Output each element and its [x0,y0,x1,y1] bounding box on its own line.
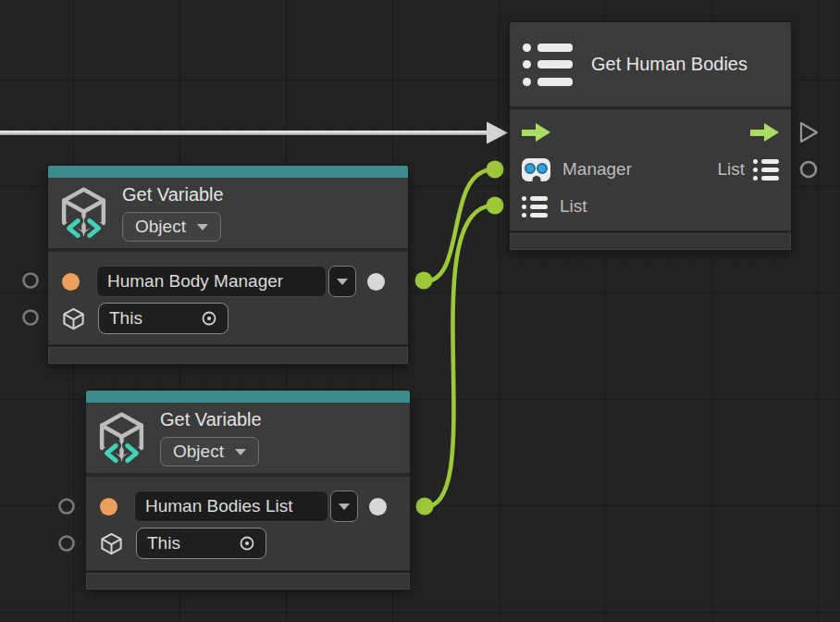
target-object-value: This [109,308,201,329]
wire-endpoint-dot[interactable] [487,161,504,179]
list-output-port-label: List [717,159,745,180]
wire-list[interactable] [425,205,494,507]
variable-name-dropdown-button[interactable] [328,266,356,297]
list-icon list-output-port[interactable] [753,159,779,180]
target-icon[interactable] [201,310,217,327]
variable-scope-dropdown[interactable]: Object [160,437,259,466]
target-object-field[interactable]: This [98,303,229,334]
node-footer [86,570,410,590]
unconnected-input-port-circle [24,274,38,288]
selection-highlight-bar [86,391,410,403]
node-header[interactable]: Get Variable Object [48,178,408,248]
node-title: Get Human Bodies [591,54,747,75]
list-icon list-input-port[interactable] [522,196,548,218]
variable-name-field[interactable]: Human Body Manager [96,266,327,297]
value-output-port[interactable] [367,273,385,291]
cube-icon target-input-port[interactable] [61,306,86,331]
vr-goggles-icon manager-input-port[interactable] [522,158,550,181]
value-output-port-circle [801,162,816,177]
target-object-value: This [147,533,239,554]
node-get-variable-top[interactable]: Get Variable Object Human Body Manager [47,165,409,365]
unconnected-input-port-circle [24,311,38,325]
flow-input-port arrow-right-icon[interactable] [522,123,550,143]
cube-code-icon [57,185,110,242]
ports-area: Manager List List [510,109,791,225]
variable-scope-dropdown[interactable]: Object [122,212,221,242]
chevron-down-icon [235,449,246,455]
variable-name-row: Human Bodies List [97,488,399,525]
unconnected-input-port-circle [60,537,74,551]
variable-name-input-port[interactable] [62,273,80,291]
target-row: This [97,525,399,562]
chevron-down-icon [197,224,208,230]
value-output-port[interactable] [369,498,387,516]
chevron-down-icon [339,504,350,510]
selection-highlight-bar [48,166,408,178]
variable-name-input-port[interactable] [100,498,117,516]
list-input-port-label: List [560,196,587,217]
wire-endpoint-dot[interactable] [415,272,433,290]
node-get-human-bodies[interactable]: Get Human Bodies Manager List [509,21,792,251]
node-get-variable-bottom[interactable]: Get Variable Object Human Bodies List [85,390,411,591]
cube-code-icon [95,410,148,466]
node-header[interactable]: Get Human Bodies [510,22,791,106]
list-icon [523,44,573,86]
wire-manager[interactable] [425,169,494,281]
target-object-field[interactable]: This [136,528,266,559]
target-icon[interactable] [239,535,255,552]
node-body: Human Body Manager This [48,252,408,337]
node-footer [48,344,408,364]
node-footer [510,230,791,250]
node-body: Human Bodies List This [86,477,410,562]
node-title: Get Variable [122,184,224,205]
flow-port-row [522,114,779,151]
graph-canvas[interactable]: Get Human Bodies Manager List [0,0,840,622]
variable-name-value: Human Bodies List [145,496,292,516]
variable-name-row: Human Body Manager [59,263,397,300]
node-title: Get Variable [160,409,262,430]
manager-port-row: Manager List [522,151,779,188]
wire-endpoint-dot[interactable] [416,498,434,516]
flow-connection-arrowhead [487,122,508,144]
variable-scope-value: Object [135,217,186,237]
unconnected-input-port-circle [60,500,74,514]
chevron-down-icon [337,279,348,285]
manager-port-label: Manager [562,159,632,180]
target-row: This [59,300,397,337]
cube-icon target-input-port[interactable] [99,531,124,556]
variable-name-value: Human Body Manager [107,271,283,292]
variable-name-field[interactable]: Human Bodies List [134,491,328,522]
node-header[interactable]: Get Variable Object [86,403,410,473]
flow-output-port arrow-right-icon[interactable] [750,123,779,143]
list-port-row: List [522,188,779,225]
variable-name-dropdown-button[interactable] [330,491,358,522]
variable-scope-value: Object [173,442,224,462]
flow-output-port-triangle [801,123,817,142]
wire-endpoint-dot[interactable] [487,197,504,215]
